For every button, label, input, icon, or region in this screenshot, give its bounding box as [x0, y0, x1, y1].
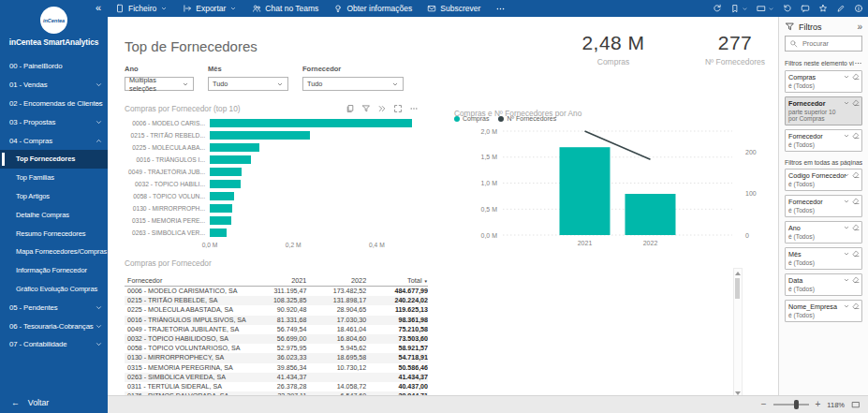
bar[interactable]	[210, 119, 412, 128]
star-icon[interactable]	[818, 4, 828, 13]
sidebar-item-07-contabilidade[interactable]: 07 - Contabilidade	[0, 335, 108, 354]
zoom-slider-thumb[interactable]	[794, 400, 799, 409]
bar[interactable]	[210, 131, 310, 140]
sidebar-item-03-propostas[interactable]: 03 - Propostas	[0, 112, 108, 131]
clear-filter-icon[interactable]	[852, 132, 860, 140]
bar[interactable]	[210, 168, 242, 177]
column-header-fornecedor[interactable]: Fornecedor	[125, 276, 249, 285]
sidebar-item-informa-o-fornecedor[interactable]: Informação Fornecedor	[0, 261, 108, 280]
copy-icon[interactable]	[346, 104, 355, 113]
clear-filter-icon[interactable]	[852, 171, 860, 179]
clear-filter-icon[interactable]	[852, 99, 860, 107]
sidebar-item-04-compras[interactable]: 04 - Compras	[0, 131, 108, 150]
sidebar-item-top-familias[interactable]: Top Familias	[0, 169, 108, 187]
bar[interactable]	[210, 143, 259, 153]
table-row[interactable]: 0215 - TRITÃO REBELDE, SA108.325,85131.8…	[125, 296, 428, 305]
edit-icon[interactable]	[836, 4, 846, 13]
column-header-2021[interactable]: 2021	[249, 276, 307, 285]
sidebar-item-detalhe-compras[interactable]: Detalhe Compras	[0, 205, 108, 224]
sidebar-item-06-tesouraria-cobran-as[interactable]: 06 - Tesouraria-Cobranças	[0, 317, 108, 335]
comment-icon[interactable]	[801, 4, 810, 13]
bar[interactable]	[210, 180, 241, 189]
menu-item-exportar[interactable]: Exportar	[183, 4, 237, 13]
clear-filter-icon[interactable]	[852, 73, 860, 81]
bar[interactable]	[210, 192, 234, 201]
clear-filter-icon[interactable]	[852, 302, 860, 310]
filter-card-fornecedor[interactable]: Fornecedoré (Todos)	[785, 129, 862, 152]
clear-filter-icon[interactable]	[852, 276, 860, 284]
filter-card-fornecedor[interactable]: Fornecedoré (Todos)	[785, 195, 862, 217]
menu-item-ficheiro[interactable]: Ficheiro	[115, 4, 168, 13]
table-row[interactable]: 0225 - MOLÉCULA ABASTADA, SA90.920,4828.…	[125, 305, 428, 315]
table-scrollbar[interactable]	[733, 268, 743, 399]
filter-card-compras[interactable]: Comprasé (Todos)	[785, 70, 862, 93]
sidebar-item-gr-fico-evolu-o-compras[interactable]: Gráfico Evolução Compras	[0, 280, 108, 299]
legend-item-n-fornecedores[interactable]: Nº Fornecedores	[498, 115, 556, 122]
bookmark-icon[interactable]	[730, 4, 748, 13]
zoom-out-button[interactable]: −	[761, 400, 767, 409]
clear-filter-icon[interactable]	[852, 198, 860, 205]
slicer-dropdown-ano[interactable]: Múltiplas seleções	[125, 77, 194, 91]
column-header-2022[interactable]: 2022	[306, 276, 366, 285]
sidebar-collapse-icon[interactable]: «	[96, 2, 101, 13]
reset-icon[interactable]	[783, 4, 792, 13]
table-row[interactable]: 0016 - TRIÂNGULOS IMPULSIVOS, SA81.331,6…	[125, 316, 428, 325]
chevron-down-icon[interactable]	[843, 224, 850, 231]
menu-item-chat-no-teams[interactable]: Chat no Teams	[252, 4, 318, 13]
scrollbar-thumb[interactable]	[735, 278, 740, 299]
info-icon[interactable]	[854, 4, 863, 13]
drill-icon[interactable]	[377, 104, 387, 113]
legend-item-compras[interactable]: Compras	[454, 115, 489, 122]
filter-card-ano[interactable]: Anoé (Todos)	[785, 221, 862, 243]
clear-filter-icon[interactable]	[852, 224, 860, 231]
column-2022[interactable]	[625, 194, 676, 235]
filters-search-input[interactable]	[801, 38, 858, 49]
more-options-icon[interactable]	[495, 4, 506, 14]
sidebar-item-top-fornecedores[interactable]: Top Fornecedores	[0, 150, 108, 169]
sidebar-item-resumo-fornecedores[interactable]: Resumo Fornecedores	[0, 224, 108, 243]
focus-mode-icon[interactable]	[393, 104, 403, 113]
menu-item-obter-informa-es[interactable]: Obter informações	[333, 4, 412, 13]
filters-search-box[interactable]	[785, 36, 862, 52]
bar[interactable]	[210, 229, 227, 238]
scroll-up-icon[interactable]	[735, 272, 741, 275]
table-row[interactable]: 0006 - MODELO CARISMÁTICO, SA311.195,471…	[125, 287, 428, 296]
chevron-down-icon[interactable]	[843, 276, 850, 284]
table-row[interactable]: 0130 - MIRRORPROPHECY, SA36.023,3318.695…	[125, 353, 428, 362]
chevron-down-icon[interactable]	[843, 302, 850, 310]
zoom-in-button[interactable]: +	[816, 400, 821, 409]
chevron-down-icon[interactable]	[843, 99, 850, 107]
filters-collapse-icon[interactable]: »	[857, 22, 862, 32]
sidebar-item-05-pendentes[interactable]: 05 - Pendentes	[0, 298, 108, 317]
sidebar-item-01-vendas[interactable]: 01 - Vendas	[0, 76, 108, 95]
zoom-slider[interactable]	[773, 404, 809, 406]
back-button[interactable]: ← Voltar	[11, 398, 49, 407]
bar[interactable]	[210, 216, 231, 226]
clear-filter-icon[interactable]	[852, 250, 860, 258]
table-row[interactable]: 0032 - TÓPICO HABILIDOSO, SA56.699,0016.…	[125, 334, 428, 344]
filter-card-data[interactable]: Dataé (Todos)	[785, 273, 862, 296]
sidebar-item-00-painelbordo[interactable]: 00 - PainelBordo	[0, 57, 108, 76]
sidebar-item-top-artigos[interactable]: Top Artigos	[0, 187, 108, 206]
sidebar-item-02-encomendas-de-clientes[interactable]: 02 - Encomendas de Clientes	[0, 95, 108, 113]
slicer-dropdown-m-s[interactable]: Tudo	[208, 77, 288, 91]
column-2021[interactable]	[560, 147, 611, 235]
bar[interactable]	[210, 155, 251, 165]
filter-card-codigo-fornecedor[interactable]: Codigo Fornecedoré (Todos)	[785, 169, 862, 191]
refresh-icon[interactable]	[713, 4, 722, 13]
filter-card-fornecedor[interactable]: Fornecedorparte superior 10 por Compras	[785, 96, 862, 125]
filter-card-nome-empresa[interactable]: Nome_Empresaé (Todos)	[785, 300, 862, 322]
filter-icon[interactable]	[361, 104, 371, 113]
view-icon[interactable]	[757, 4, 774, 13]
more-options-icon[interactable]	[409, 104, 419, 113]
filter-card-m-s[interactable]: Mêsé (Todos)	[785, 247, 862, 270]
column-header-total[interactable]: Total▼	[366, 276, 428, 285]
chevron-down-icon[interactable]	[843, 73, 850, 81]
fit-to-page-icon[interactable]	[851, 400, 861, 409]
chevron-down-icon[interactable]	[843, 250, 850, 258]
more-options-icon[interactable]	[854, 59, 862, 67]
menu-item-subscrever[interactable]: Subscrever	[427, 4, 480, 13]
chevron-down-icon[interactable]	[843, 171, 850, 179]
table-row[interactable]: 0263 - SIMBÓLICA VEREDA, SA41.434,3741.4…	[125, 373, 428, 382]
table-row[interactable]: 0058 - TÓPICO VOLUNTARIOSO, SA52.975,955…	[125, 344, 428, 353]
